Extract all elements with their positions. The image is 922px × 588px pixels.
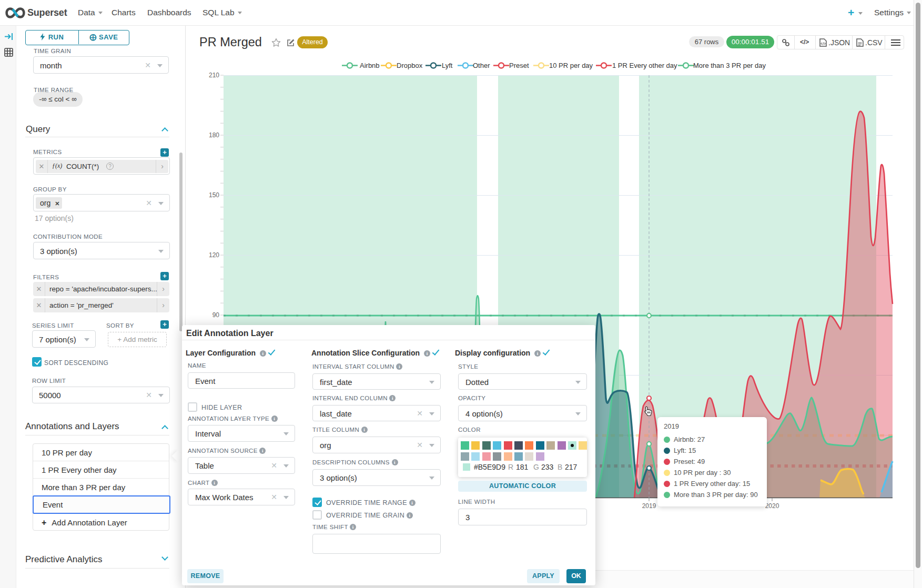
svg-text:2020: 2020 — [765, 502, 779, 510]
svg-text:180: 180 — [209, 131, 219, 139]
svg-text:210: 210 — [209, 72, 219, 79]
svg-text:90: 90 — [212, 311, 220, 319]
svg-text:150: 150 — [209, 191, 219, 199]
svg-text:2019: 2019 — [642, 502, 656, 510]
svg-text:120: 120 — [209, 251, 219, 259]
